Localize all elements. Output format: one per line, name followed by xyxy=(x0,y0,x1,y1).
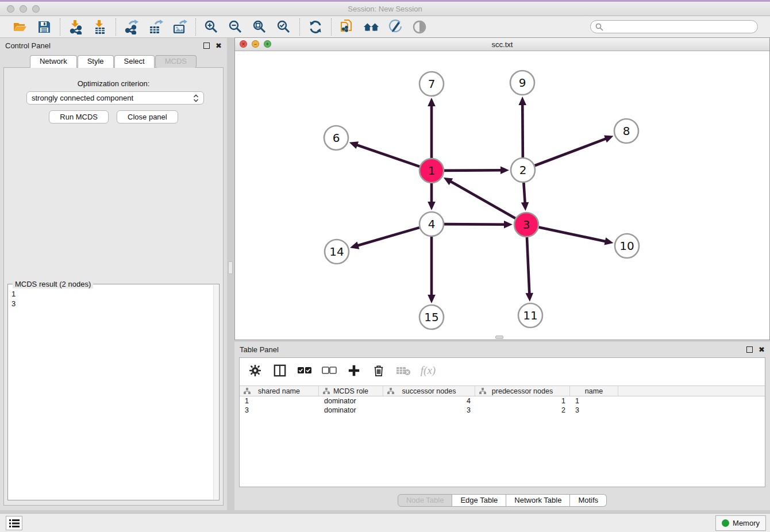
table-panel: Table Panel ✖ xyxy=(234,342,770,510)
table-cell: 4 xyxy=(383,396,475,406)
close-panel-button[interactable]: Close panel xyxy=(117,110,178,124)
table-row[interactable]: 1dominator411 xyxy=(240,396,765,406)
node-label-3: 3 xyxy=(523,218,530,232)
zoom-in-icon[interactable] xyxy=(203,19,220,35)
import-table-icon[interactable] xyxy=(92,19,108,35)
select-stepper-icon xyxy=(193,94,199,103)
zoom-fit-icon[interactable] xyxy=(252,19,268,35)
delete-table-icon[interactable] xyxy=(396,363,411,378)
edge-1-6[interactable] xyxy=(354,144,419,167)
unselect-all-icon[interactable] xyxy=(322,363,337,378)
network-view-title: scc.txt xyxy=(235,38,769,51)
node-label-10: 10 xyxy=(619,239,634,253)
edge-3-11[interactable] xyxy=(527,237,530,296)
table-row[interactable]: 3dominator323 xyxy=(240,406,765,415)
zoom-out-icon[interactable] xyxy=(228,19,244,35)
gear-icon[interactable] xyxy=(248,363,263,378)
table-cell: 3 xyxy=(570,406,618,415)
tab-network-table[interactable]: Network Table xyxy=(506,494,570,507)
split-columns-icon[interactable] xyxy=(272,363,287,378)
edge-arrowhead xyxy=(604,135,613,142)
edge-3-1[interactable] xyxy=(448,180,515,218)
node-label-14: 14 xyxy=(329,245,344,259)
search-icon xyxy=(595,23,603,31)
clone-network-icon[interactable] xyxy=(339,19,355,35)
close-panel-icon[interactable]: ✖ xyxy=(215,43,222,49)
network-view-window: ✕ − + scc.txt 7968124314101511 xyxy=(234,37,770,340)
edge-3-10[interactable] xyxy=(539,228,609,242)
edge-2-9[interactable] xyxy=(522,102,523,157)
edge-2-3[interactable] xyxy=(523,183,525,206)
column-header-MCDS-role[interactable]: MCDS role xyxy=(319,386,383,396)
search-box[interactable] xyxy=(590,20,758,33)
home-hierarchy-icon[interactable] xyxy=(363,19,379,35)
table-panel-header: Table Panel ✖ xyxy=(234,342,770,357)
node-label-2: 2 xyxy=(519,163,527,177)
function-builder-icon[interactable]: f(x) xyxy=(421,363,436,378)
status-bar: Memory xyxy=(0,513,770,532)
mcds-result-group: MCDS result (2 nodes) 1 3 xyxy=(7,284,220,500)
control-panel-title: Control Panel xyxy=(5,41,51,50)
memory-button[interactable]: Memory xyxy=(715,515,766,531)
result-scrollbar[interactable] xyxy=(213,285,218,499)
edge-arrowhead xyxy=(604,237,613,245)
open-session-icon[interactable] xyxy=(12,19,28,35)
export-network-icon[interactable] xyxy=(124,19,140,35)
edge-arrowhead xyxy=(504,221,513,229)
horizontal-split-handle[interactable] xyxy=(495,336,503,339)
tab-style[interactable]: Style xyxy=(78,55,114,68)
criterion-select[interactable]: strongly connected component xyxy=(26,91,204,105)
tab-select[interactable]: Select xyxy=(114,55,155,68)
vertical-split-handle[interactable] xyxy=(228,261,233,274)
import-network-icon[interactable] xyxy=(68,19,84,35)
column-header-name[interactable]: name xyxy=(570,386,618,396)
edge-2-8[interactable] xyxy=(535,138,609,166)
tab-edge-table[interactable]: Edge Table xyxy=(452,494,506,507)
edge-4-14[interactable] xyxy=(355,228,419,246)
edge-1-2[interactable] xyxy=(444,170,504,171)
mcds-result-text[interactable]: 1 3 xyxy=(8,287,213,500)
close-table-panel-icon[interactable]: ✖ xyxy=(759,346,765,353)
float-table-panel-icon[interactable] xyxy=(746,346,753,353)
control-panel-tabs: NetworkStyleSelectMCDS xyxy=(0,55,227,68)
node-label-11: 11 xyxy=(523,309,537,322)
table-tabs: Node TableEdge TableNetwork TableMotifs xyxy=(234,494,770,507)
show-details-icon[interactable] xyxy=(411,19,428,35)
tab-network[interactable]: Network xyxy=(30,55,77,68)
select-all-icon[interactable] xyxy=(297,363,312,378)
float-panel-icon[interactable] xyxy=(203,43,210,49)
search-input[interactable] xyxy=(606,23,753,31)
zoom-selected-icon[interactable] xyxy=(276,19,292,35)
refresh-layout-icon[interactable] xyxy=(307,19,324,35)
network-window-titlebar[interactable]: ✕ − + scc.txt xyxy=(235,38,769,51)
table-panel-title: Table Panel xyxy=(240,345,279,354)
tab-node-table[interactable]: Node Table xyxy=(398,494,453,507)
table-cell: dominator xyxy=(319,406,383,415)
column-header-predecessor-nodes[interactable]: predecessor nodes xyxy=(475,386,570,396)
tab-mcds[interactable]: MCDS xyxy=(155,55,197,68)
table-rows: 1dominator4113dominator323 xyxy=(240,396,765,415)
add-column-icon[interactable] xyxy=(346,363,361,378)
edge-4-3[interactable] xyxy=(444,224,507,225)
edge-arrowhead xyxy=(350,242,359,249)
export-table-icon[interactable] xyxy=(148,19,164,35)
node-label-4: 4 xyxy=(428,217,436,231)
export-image-icon[interactable] xyxy=(172,19,188,35)
delete-column-icon[interactable] xyxy=(371,363,386,378)
stylize-icon[interactable] xyxy=(387,19,403,35)
edge-arrowhead xyxy=(428,295,436,303)
application-window: Session: New Session xyxy=(0,0,770,532)
column-header-successor-nodes[interactable]: successor nodes xyxy=(383,386,475,396)
run-mcds-button[interactable]: Run MCDS xyxy=(49,110,109,124)
table-cell: 1 xyxy=(570,396,618,406)
list-icon xyxy=(9,519,20,528)
edge-arrowhead xyxy=(521,202,529,211)
task-history-button[interactable] xyxy=(6,516,22,530)
column-header-shared-name[interactable]: shared name xyxy=(240,386,319,396)
table-cell: 3 xyxy=(383,406,475,415)
edge-arrowhead xyxy=(518,97,526,105)
network-canvas[interactable]: 7968124314101511 xyxy=(235,51,769,340)
tab-motifs[interactable]: Motifs xyxy=(570,494,607,507)
network-graph[interactable]: 7968124314101511 xyxy=(235,51,769,340)
save-session-icon[interactable] xyxy=(36,19,52,35)
